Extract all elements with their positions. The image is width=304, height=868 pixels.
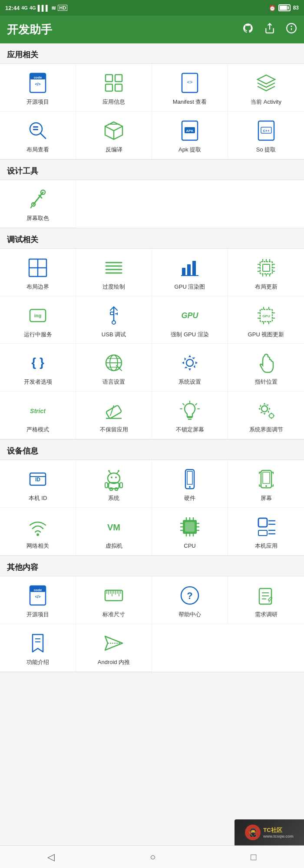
svg-text:Strict: Strict: [30, 408, 46, 414]
nav-home-button[interactable]: ○: [141, 848, 164, 866]
item-running-services[interactable]: ing 运行中服务: [0, 296, 76, 344]
item-open-source[interactable]: code </> 开源项目: [0, 64, 76, 112]
item-app-info-label: 应用信息: [102, 99, 125, 106]
item-strict-mode[interactable]: Strict 严格模式: [0, 391, 76, 439]
cpu-chip-icon: [178, 515, 202, 539]
item-layout-inspector-label: 布局查看: [26, 146, 49, 154]
item-no-lock-screen[interactable]: 不锁定屏幕: [152, 391, 228, 439]
item-decompile[interactable]: 反编译: [76, 112, 152, 159]
signal-bars: ▌▌▌: [38, 5, 50, 11]
hd-label: HD: [58, 5, 67, 11]
search-layout-icon: [26, 118, 50, 143]
item-help-center[interactable]: ? 帮助中心: [152, 576, 228, 624]
section-header-other: 其他内容: [0, 556, 304, 576]
item-feedback[interactable]: 需求调研: [228, 576, 304, 624]
item-running-services-label: 运行中服务: [24, 331, 52, 339]
signal-4g1: 4G: [21, 5, 28, 10]
item-vm-info[interactable]: VM 虚拟机: [76, 508, 152, 556]
item-hardware-info[interactable]: 硬件: [152, 460, 228, 508]
item-so-extract[interactable]: C++ So 提取: [228, 112, 304, 159]
empty-1: [76, 180, 152, 228]
svg-rect-137: [258, 518, 267, 527]
item-color-picker[interactable]: 屏幕取色: [0, 180, 76, 228]
usb-icon: [102, 303, 126, 328]
item-help-center-label: 帮助中心: [178, 611, 201, 618]
vm-text-icon: VM: [102, 515, 126, 539]
app-title: 开发助手: [7, 22, 52, 37]
box-open-icon: [102, 118, 126, 143]
item-feature-intro[interactable]: 功能介绍: [0, 624, 76, 672]
item-overdraw-label: 过度绘制: [102, 283, 125, 291]
item-system-info[interactable]: 系统: [76, 460, 152, 508]
section-header-design-tools: 设计工具: [0, 160, 304, 180]
item-cpu-info[interactable]: CPU: [152, 508, 228, 556]
time-display: 12:44: [5, 5, 20, 11]
gpu-chip-icon: GPU: [254, 303, 278, 328]
watermark-logo: 🥷: [245, 825, 261, 840]
item-app-info[interactable]: 应用信息: [76, 64, 152, 112]
svg-marker-14: [258, 75, 275, 84]
item-open-source-2[interactable]: code </> 开源项目: [0, 576, 76, 624]
item-local-apps[interactable]: 本机应用: [228, 508, 304, 556]
empty-3: [228, 180, 304, 228]
svg-rect-112: [120, 483, 122, 488]
item-feedback-label: 需求调研: [255, 611, 278, 618]
item-gpu-view-update[interactable]: GPU GPU 视图更新: [228, 296, 304, 344]
svg-text:</>: </>: [35, 82, 40, 86]
nav-back-button[interactable]: ◁: [39, 848, 63, 866]
item-android-recruit[interactable]: Android 内推: [76, 624, 152, 672]
item-language-settings[interactable]: 语言设置: [76, 344, 152, 391]
share-icon[interactable]: [264, 23, 275, 36]
item-screen-info-label: 屏幕: [261, 495, 272, 502]
item-system-settings-label: 系统设置: [178, 378, 201, 386]
item-no-keep-app[interactable]: 不保留应用: [76, 391, 152, 439]
item-open-source-label: 开源项目: [26, 99, 49, 106]
clipboard-edit-icon: [254, 583, 278, 608]
svg-rect-42: [192, 261, 196, 276]
item-usb-debug[interactable]: USB 调试: [76, 296, 152, 344]
item-developer-options[interactable]: { } 开发者选项: [0, 344, 76, 391]
bookmark-icon: [26, 631, 50, 655]
battery-tip: [287, 6, 289, 10]
item-device-id[interactable]: ID 本机 ID: [0, 460, 76, 508]
svg-text:VM: VM: [107, 523, 120, 532]
android-icon: [102, 467, 126, 491]
item-overdraw[interactable]: 过度绘制: [76, 249, 152, 296]
item-pointer-location[interactable]: 指针位置: [228, 344, 304, 391]
svg-text:code: code: [34, 76, 42, 79]
item-layout-update[interactable]: 布局更新: [228, 249, 304, 296]
item-apk-extract[interactable]: APK Apk 提取: [152, 112, 228, 159]
svg-line-16: [40, 133, 46, 138]
item-current-activity[interactable]: 当前 Activity: [228, 64, 304, 112]
signal-4g2: 4G: [30, 5, 36, 10]
item-system-settings[interactable]: 系统设置: [152, 344, 228, 391]
cpp-file-icon: C++: [254, 118, 278, 143]
empty-5: [228, 624, 304, 672]
eyedropper-icon: [26, 187, 50, 211]
github-icon[interactable]: [242, 23, 254, 36]
info-icon[interactable]: [286, 23, 297, 36]
item-force-gpu[interactable]: GPU 强制 GPU 渲染: [152, 296, 228, 344]
item-hardware-info-label: 硬件: [184, 495, 195, 502]
layers-icon: [254, 71, 278, 95]
item-language-settings-label: 语言设置: [102, 378, 125, 386]
svg-text:ID: ID: [35, 477, 40, 483]
nav-recent-button[interactable]: □: [242, 848, 265, 866]
touch-icon: [254, 351, 278, 375]
item-screen-info[interactable]: 屏幕: [228, 460, 304, 508]
item-manifest[interactable]: <> Manifest 查看: [152, 64, 228, 112]
svg-rect-10: [106, 84, 112, 91]
svg-text:<>: <>: [187, 79, 193, 85]
item-gpu-render-label: GPU 渲染图: [175, 283, 205, 291]
item-network-info[interactable]: 网络相关: [0, 508, 76, 556]
item-ui-tuner[interactable]: 系统界面调节: [228, 391, 304, 439]
item-layout-inspector[interactable]: 布局查看: [0, 112, 76, 159]
item-layout-bounds[interactable]: 布局边界: [0, 249, 76, 296]
svg-point-120: [265, 485, 267, 487]
svg-rect-18: [33, 129, 38, 130]
svg-point-98: [261, 406, 268, 412]
item-gpu-render[interactable]: GPU 渲染图: [152, 249, 228, 296]
eraser-icon: [102, 398, 126, 423]
item-standard-size[interactable]: 标准尺寸: [76, 576, 152, 624]
item-gpu-view-update-label: GPU 视图更新: [248, 331, 284, 339]
